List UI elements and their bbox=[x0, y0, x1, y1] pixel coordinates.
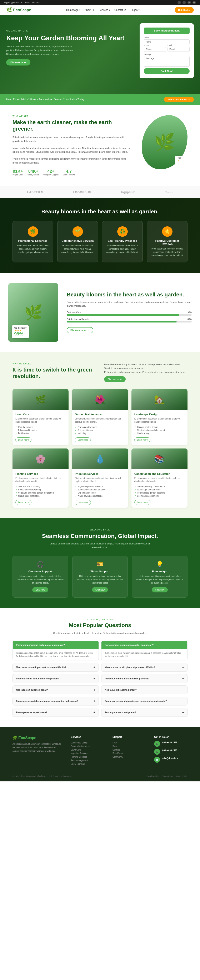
footer-link-contact[interactable]: Contact bbox=[113, 748, 146, 752]
consult-bar-text: Need Expert Advice? Book a Personalized … bbox=[6, 98, 84, 101]
nav-about[interactable]: About us bbox=[84, 8, 94, 11]
form-title: Book an Appointment bbox=[144, 27, 190, 34]
lawn-care-title: Lawn Care bbox=[16, 413, 66, 416]
faq-question-9[interactable]: Fusce consequat dictum ipsum pesumuntur … bbox=[102, 697, 187, 705]
feature-icon-0: 🌿 bbox=[28, 226, 38, 237]
footer-link-landscape[interactable]: Landscape Design bbox=[71, 741, 104, 745]
phone-number-1: (880) +630-2533 bbox=[162, 749, 177, 752]
nav-services[interactable]: Services ▾ bbox=[99, 8, 110, 11]
feature-tree-shrub: ✓Tree and shrub planting bbox=[16, 485, 66, 488]
feature-desc-3: Proin accumsan fentorum incubus consecte… bbox=[151, 247, 184, 257]
faq-question-1[interactable]: Porta semper neque seda auctor accumsan?… bbox=[102, 641, 187, 649]
consultation-body: Consultation and Education Et elementum … bbox=[132, 469, 187, 508]
services-grid: 🌿 Lawn Care Et elementum accumsan blandi… bbox=[13, 389, 187, 508]
about-content: Who We Are Make the earth cleaner, make … bbox=[13, 115, 131, 176]
faq-question-8[interactable]: Fusce consequat dictum ipsum pesumuntur … bbox=[13, 697, 98, 705]
footer-link-lawn[interactable]: Lawn Care bbox=[71, 748, 104, 752]
irrigation-services-body: Irrigation Services Et elementum accumsa… bbox=[72, 469, 128, 508]
footer-link-faq[interactable]: FAQ bbox=[113, 741, 146, 745]
garden-maintenance-body: Garden Maintenance Et elementum accumsan… bbox=[72, 410, 128, 445]
services-preview-content: Beauty blooms in the heart as well as ga… bbox=[67, 291, 192, 333]
top-bar: support@domain.ht 0800 1234 0123 f t in … bbox=[0, 0, 200, 5]
faq-question-4[interactable]: Phasellus ulna at nullam lorem placerat?… bbox=[13, 675, 98, 683]
footer-link-garden[interactable]: Garden Maintenance bbox=[71, 745, 104, 748]
lawn-care-body: Lawn Care Et elementum accumsan blandit … bbox=[13, 410, 68, 445]
faq-question-10[interactable]: Fusce paraque squet pracu?+ bbox=[13, 708, 98, 716]
consultation-learn-button[interactable]: Learn more bbox=[134, 500, 151, 505]
feature-workshops: ✓Workshops and seminars bbox=[134, 488, 184, 491]
faq-question-7[interactable]: Nec lacus sit euismod proat?+ bbox=[102, 686, 187, 694]
footer-cookie-link[interactable]: Cookie Policy bbox=[176, 775, 187, 777]
email-info: support@domain.ht bbox=[4, 2, 22, 4]
email-input[interactable] bbox=[168, 47, 190, 52]
logo-logopsum: LOGOPSUM bbox=[73, 191, 92, 194]
faq-header: Common Questions Most Popular Questions … bbox=[13, 619, 187, 634]
about-desc-3: Proin et fringilla finibus sed semites a… bbox=[13, 157, 131, 165]
phone-email-row: Phone Email bbox=[144, 44, 190, 52]
stat-num-reviews: 4.7 bbox=[63, 169, 75, 174]
green-rev-discover-button[interactable]: Discover more bbox=[104, 376, 125, 382]
name-input[interactable] bbox=[144, 40, 190, 44]
irrigation-learn-button[interactable]: Learn more bbox=[75, 500, 91, 505]
ticket-support-button[interactable]: Chat Now bbox=[92, 587, 108, 592]
about-eyebrow: Who We Are bbox=[13, 115, 131, 118]
stat-projects: 91K+ Project Done bbox=[13, 169, 23, 176]
feature-title-0: Professional Expertise bbox=[16, 239, 49, 242]
nav-contact[interactable]: Contact us bbox=[114, 8, 126, 11]
free-consultation-button[interactable]: Free Consultation → bbox=[164, 97, 194, 102]
message-input[interactable] bbox=[144, 56, 190, 67]
feature-card-2: ♻️ Eco-Friendly Practices Proin accumsan… bbox=[102, 221, 143, 262]
lawn-learn-button[interactable]: Learn more bbox=[16, 438, 32, 442]
footer-link-blog[interactable]: Blog bbox=[113, 745, 146, 748]
garden-learn-button[interactable]: Learn more bbox=[75, 438, 91, 442]
book-now-button[interactable]: Book Now! bbox=[144, 68, 190, 74]
phone-input[interactable] bbox=[144, 47, 166, 52]
get-started-button[interactable]: Get Started bbox=[175, 7, 194, 13]
faq-question-0[interactable]: Porta semper neque seda auctor accumsan?… bbox=[13, 641, 98, 649]
services-discover-button[interactable]: Discover more → bbox=[67, 327, 93, 333]
hero-eyebrow: We Care Nature bbox=[6, 30, 131, 32]
faq-question-11[interactable]: Fusce paraque squet pracu?+ bbox=[102, 708, 187, 716]
consultation-image: 📚 bbox=[132, 449, 187, 469]
progress-label-text: Customer Care bbox=[67, 311, 81, 313]
facebook-icon[interactable]: f bbox=[178, 1, 181, 4]
landscape-learn-button[interactable]: Learn more bbox=[134, 438, 151, 442]
youtube-icon[interactable]: ▶ bbox=[192, 1, 196, 4]
stat-label-projects: Project Done bbox=[13, 174, 23, 176]
stat-num-clients: 84K+ bbox=[27, 169, 39, 174]
nav-pages[interactable]: Pages ▾ bbox=[130, 8, 140, 11]
logo-text: EcoScape bbox=[13, 8, 31, 12]
footer-tos-link[interactable]: Term of Service bbox=[146, 775, 159, 777]
footer-link-snow[interactable]: Snow Removal bbox=[71, 762, 104, 766]
footer-link-planting[interactable]: Planting Services bbox=[71, 755, 104, 759]
feature-fertilization: ✓Fertilization bbox=[16, 432, 66, 435]
progress-bar-bg-1 bbox=[67, 321, 192, 323]
footer-link-forum[interactable]: Free Forum bbox=[113, 752, 146, 755]
footer-privacy-link[interactable]: Privacy Policy bbox=[162, 775, 173, 777]
faq-question-6[interactable]: Nec lacus sit euismod proat?+ bbox=[13, 686, 98, 694]
feature-title-1: Comprehensive Services bbox=[61, 239, 94, 242]
faq-question-2[interactable]: Maecenas urna elit placerat posuere diff… bbox=[13, 663, 98, 671]
customer-support-button[interactable]: Chat Now bbox=[32, 587, 48, 592]
green-rev-title: It is time to switch to the green revolu… bbox=[13, 366, 96, 379]
linkedin-icon[interactable]: in bbox=[187, 1, 191, 4]
faq-question-3[interactable]: Maecenas urna elit placerat posuere diff… bbox=[102, 663, 187, 671]
footer-link-pest[interactable]: Pest Management bbox=[71, 759, 104, 762]
service-card-irrigation-services: 💧 Irrigation Services Et elementum accum… bbox=[72, 449, 128, 508]
faq-question-5[interactable]: Phasellus ulna at nullam lorem placerat?… bbox=[102, 675, 187, 683]
footer-link-community[interactable]: Community bbox=[113, 755, 146, 759]
feature-icon-3: ⭐ bbox=[162, 226, 173, 237]
message-field-group: Message bbox=[144, 53, 190, 67]
faq-section: Common Questions Most Popular Questions … bbox=[0, 608, 200, 727]
planting-learn-button[interactable]: Learn more bbox=[16, 500, 32, 505]
nav-homepage[interactable]: Homepage ▾ bbox=[66, 8, 80, 11]
insight-desc: Ultrices quam mattis quisque parturient … bbox=[136, 575, 183, 585]
hero-cta-button[interactable]: Discover more bbox=[6, 59, 30, 65]
landscape-design-title: Landscape Design bbox=[134, 413, 184, 416]
feature-planning-consult: ✓Garden planning consultations bbox=[134, 485, 184, 488]
site-logo[interactable]: 🌿 EcoScape bbox=[6, 7, 31, 13]
stat-num-support: 42+ bbox=[43, 169, 59, 174]
twitter-icon[interactable]: t bbox=[183, 1, 186, 4]
footer-link-irrigation[interactable]: Irrigation Services bbox=[71, 752, 104, 755]
insight-button[interactable]: Chat Now bbox=[152, 587, 168, 592]
